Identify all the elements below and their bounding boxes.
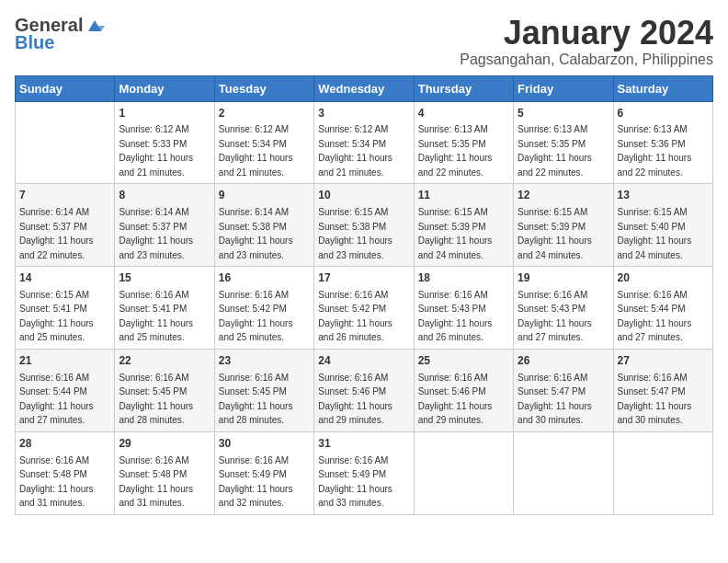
day-cell: 5 Sunrise: 6:13 AMSunset: 5:35 PMDayligh… (514, 101, 613, 184)
day-info: Sunrise: 6:16 AMSunset: 5:46 PMDaylight:… (318, 373, 392, 426)
day-number: 5 (518, 106, 609, 121)
day-number: 18 (418, 270, 509, 286)
logo: General Blue (15, 15, 105, 53)
day-number: 31 (318, 436, 409, 452)
day-number: 29 (119, 436, 210, 452)
day-number: 2 (219, 106, 310, 121)
day-number: 7 (19, 188, 110, 203)
header-cell-sunday: Sunday (16, 75, 115, 101)
day-cell: 10 Sunrise: 6:15 AMSunset: 5:38 PMDaylig… (314, 184, 414, 267)
calendar-subtitle: Pagsangahan, Calabarzon, Philippines (460, 52, 713, 68)
day-info: Sunrise: 6:13 AMSunset: 5:35 PMDaylight:… (518, 124, 592, 178)
day-cell: 29 Sunrise: 6:16 AMSunset: 5:48 PMDaylig… (115, 431, 214, 514)
day-cell (514, 431, 613, 514)
week-row-3: 14 Sunrise: 6:15 AMSunset: 5:41 PMDaylig… (16, 267, 713, 350)
day-number: 26 (518, 353, 609, 369)
day-cell: 16 Sunrise: 6:16 AMSunset: 5:42 PMDaylig… (214, 267, 313, 350)
day-info: Sunrise: 6:16 AMSunset: 5:46 PMDaylight:… (418, 373, 493, 426)
week-row-2: 7 Sunrise: 6:14 AMSunset: 5:37 PMDayligh… (16, 184, 713, 267)
day-number: 15 (119, 270, 210, 286)
day-cell: 28 Sunrise: 6:16 AMSunset: 5:48 PMDaylig… (16, 431, 115, 514)
header-row: SundayMondayTuesdayWednesdayThursdayFrid… (16, 75, 713, 101)
day-number: 23 (219, 353, 310, 369)
day-cell: 27 Sunrise: 6:16 AMSunset: 5:47 PMDaylig… (613, 349, 712, 431)
logo-blue-text: Blue (15, 32, 54, 53)
day-cell: 25 Sunrise: 6:16 AMSunset: 5:46 PMDaylig… (414, 349, 513, 431)
header: General Blue January 2024 Pagsangahan, C… (15, 15, 713, 68)
day-number: 14 (19, 270, 110, 286)
day-number: 27 (618, 353, 709, 369)
header-cell-wednesday: Wednesday (314, 75, 414, 101)
day-cell: 9 Sunrise: 6:14 AMSunset: 5:38 PMDayligh… (214, 184, 313, 267)
day-info: Sunrise: 6:14 AMSunset: 5:37 PMDaylight:… (119, 207, 193, 260)
day-number: 30 (219, 436, 310, 452)
day-cell: 22 Sunrise: 6:16 AMSunset: 5:45 PMDaylig… (115, 349, 214, 431)
day-info: Sunrise: 6:16 AMSunset: 5:45 PMDaylight:… (219, 373, 293, 426)
day-cell: 7 Sunrise: 6:14 AMSunset: 5:37 PMDayligh… (16, 184, 115, 267)
day-cell: 26 Sunrise: 6:16 AMSunset: 5:47 PMDaylig… (514, 349, 613, 431)
day-number: 16 (219, 270, 310, 286)
day-cell: 21 Sunrise: 6:16 AMSunset: 5:44 PMDaylig… (16, 349, 115, 431)
day-cell: 13 Sunrise: 6:15 AMSunset: 5:40 PMDaylig… (613, 184, 712, 267)
day-number: 3 (318, 106, 409, 121)
day-info: Sunrise: 6:16 AMSunset: 5:41 PMDaylight:… (119, 290, 193, 343)
day-cell: 12 Sunrise: 6:15 AMSunset: 5:39 PMDaylig… (514, 184, 613, 267)
day-number: 12 (518, 188, 609, 203)
day-number: 10 (318, 188, 409, 203)
day-info: Sunrise: 6:16 AMSunset: 5:49 PMDaylight:… (318, 455, 392, 509)
day-cell: 19 Sunrise: 6:16 AMSunset: 5:43 PMDaylig… (514, 267, 613, 350)
day-number: 17 (318, 270, 409, 286)
day-info: Sunrise: 6:16 AMSunset: 5:49 PMDaylight:… (219, 455, 293, 509)
day-number: 22 (119, 353, 210, 369)
day-cell: 30 Sunrise: 6:16 AMSunset: 5:49 PMDaylig… (214, 431, 313, 514)
day-cell: 23 Sunrise: 6:16 AMSunset: 5:45 PMDaylig… (214, 349, 313, 431)
calendar-title: January 2024 (460, 15, 713, 52)
day-number: 1 (119, 106, 210, 121)
day-cell: 24 Sunrise: 6:16 AMSunset: 5:46 PMDaylig… (314, 349, 414, 431)
day-number: 24 (318, 353, 409, 369)
day-number: 11 (418, 188, 509, 203)
day-number: 21 (19, 353, 110, 369)
day-info: Sunrise: 6:14 AMSunset: 5:38 PMDaylight:… (219, 207, 293, 260)
day-number: 20 (618, 270, 709, 286)
day-info: Sunrise: 6:13 AMSunset: 5:36 PMDaylight:… (618, 124, 692, 178)
day-cell: 14 Sunrise: 6:15 AMSunset: 5:41 PMDaylig… (16, 267, 115, 350)
day-info: Sunrise: 6:16 AMSunset: 5:42 PMDaylight:… (219, 290, 293, 343)
day-number: 8 (119, 188, 210, 203)
day-info: Sunrise: 6:15 AMSunset: 5:41 PMDaylight:… (19, 290, 94, 343)
header-cell-saturday: Saturday (613, 75, 712, 101)
day-info: Sunrise: 6:15 AMSunset: 5:39 PMDaylight:… (518, 207, 592, 260)
day-cell: 2 Sunrise: 6:12 AMSunset: 5:34 PMDayligh… (214, 101, 313, 184)
header-cell-tuesday: Tuesday (214, 75, 313, 101)
day-info: Sunrise: 6:16 AMSunset: 5:42 PMDaylight:… (318, 290, 392, 343)
day-cell: 6 Sunrise: 6:13 AMSunset: 5:36 PMDayligh… (613, 101, 712, 184)
day-info: Sunrise: 6:16 AMSunset: 5:47 PMDaylight:… (618, 373, 692, 426)
day-info: Sunrise: 6:16 AMSunset: 5:48 PMDaylight:… (119, 455, 193, 509)
header-cell-friday: Friday (514, 75, 613, 101)
day-info: Sunrise: 6:15 AMSunset: 5:39 PMDaylight:… (418, 207, 493, 260)
day-info: Sunrise: 6:15 AMSunset: 5:38 PMDaylight:… (318, 207, 392, 260)
day-info: Sunrise: 6:15 AMSunset: 5:40 PMDaylight:… (618, 207, 692, 260)
day-number: 6 (618, 106, 709, 121)
header-cell-thursday: Thursday (414, 75, 513, 101)
day-info: Sunrise: 6:14 AMSunset: 5:37 PMDaylight:… (19, 207, 94, 260)
day-number: 13 (618, 188, 709, 203)
day-cell: 18 Sunrise: 6:16 AMSunset: 5:43 PMDaylig… (414, 267, 513, 350)
day-cell (613, 431, 712, 514)
day-cell: 15 Sunrise: 6:16 AMSunset: 5:41 PMDaylig… (115, 267, 214, 350)
day-info: Sunrise: 6:16 AMSunset: 5:43 PMDaylight:… (518, 290, 592, 343)
header-cell-monday: Monday (115, 75, 214, 101)
day-cell: 31 Sunrise: 6:16 AMSunset: 5:49 PMDaylig… (314, 431, 414, 514)
day-number: 19 (518, 270, 609, 286)
logo-icon (85, 17, 105, 35)
day-cell: 20 Sunrise: 6:16 AMSunset: 5:44 PMDaylig… (613, 267, 712, 350)
day-cell: 1 Sunrise: 6:12 AMSunset: 5:33 PMDayligh… (115, 101, 214, 184)
day-number: 25 (418, 353, 509, 369)
day-cell: 17 Sunrise: 6:16 AMSunset: 5:42 PMDaylig… (314, 267, 414, 350)
day-cell (414, 431, 513, 514)
day-info: Sunrise: 6:12 AMSunset: 5:34 PMDaylight:… (219, 124, 293, 178)
title-area: January 2024 Pagsangahan, Calabarzon, Ph… (460, 15, 713, 68)
day-cell: 11 Sunrise: 6:15 AMSunset: 5:39 PMDaylig… (414, 184, 513, 267)
day-info: Sunrise: 6:16 AMSunset: 5:48 PMDaylight:… (19, 455, 94, 509)
day-cell (16, 101, 115, 184)
